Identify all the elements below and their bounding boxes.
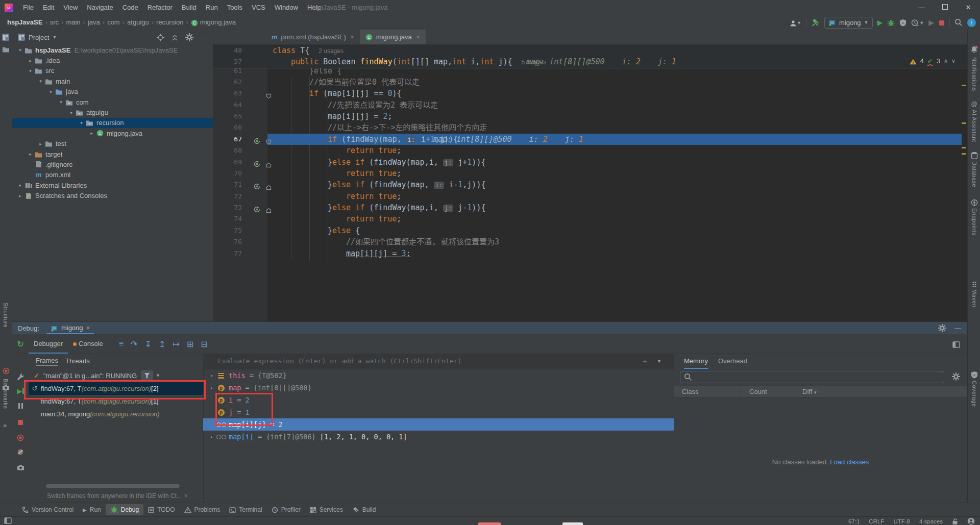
editor-tab-migong.java[interactable]: Cmigong.java× <box>360 30 426 44</box>
run-to-cursor-icon[interactable]: ↦ <box>169 339 183 349</box>
indent-style[interactable]: 4 spaces <box>919 518 943 524</box>
toolwindow-terminal[interactable]: Terminal <box>225 504 266 515</box>
ai-icon[interactable]: @ <box>971 100 977 108</box>
debug-session-tab[interactable]: migong × <box>46 322 94 334</box>
debug-stripe-icon[interactable] <box>3 366 10 374</box>
variable-map-i-j-[interactable]: map[i][j] = 2 <box>203 418 674 431</box>
bell-icon[interactable] <box>970 45 978 54</box>
chevron-right-icon[interactable]: ▸ <box>27 58 34 63</box>
tree-item-atguigu[interactable]: ▾atguigu <box>12 107 213 117</box>
tree-item-target[interactable]: ▸target <box>12 149 213 159</box>
gear-icon[interactable] <box>952 372 960 381</box>
rerun-icon[interactable]: ↻ <box>12 339 29 349</box>
line-number[interactable]: 70 <box>213 168 242 179</box>
breadcrumb-item[interactable]: Cmigong.java <box>191 18 236 26</box>
build-hammer-icon[interactable] <box>811 18 820 27</box>
tree-item-test[interactable]: ▸test <box>12 139 213 149</box>
code-line-72[interactable]: 72return true; <box>213 191 968 202</box>
subtab-frames[interactable]: Frames <box>36 357 58 366</box>
line-number[interactable]: 68 <box>213 145 242 156</box>
toolwindow-version-control[interactable]: Version Control <box>17 504 78 515</box>
next-issue-icon[interactable]: ∨ <box>951 58 955 64</box>
folder-stripe-icon[interactable] <box>2 45 10 53</box>
settings-wrench-icon[interactable] <box>12 373 29 381</box>
code-line-76[interactable]: 76//如果四个位置都走不通, 就将该位置置为3 <box>213 236 968 247</box>
step-into-icon[interactable]: ↧ <box>141 339 155 349</box>
chevron-down-icon[interactable]: ▼ <box>156 373 160 378</box>
chevron-down-icon[interactable]: ▾ <box>47 89 55 94</box>
menu-run[interactable]: Run <box>201 0 223 15</box>
file-encoding[interactable]: UTF-8 <box>893 518 910 524</box>
stack-frame[interactable]: ↺findWay:67, T (com.atguigu.recursion) [… <box>29 382 203 395</box>
memory-tab-memory[interactable]: Memory <box>684 354 708 369</box>
tree-item-scratches-and-consoles[interactable]: ▸Scratches and Consoles <box>12 190 213 201</box>
code-line-71[interactable]: 71}else if (findWay(map, i: i-1,j)){ <box>213 179 968 190</box>
project-stripe-icon[interactable] <box>2 33 10 41</box>
menu-navigate[interactable]: Navigate <box>82 0 117 15</box>
mute-breakpoints-icon[interactable] <box>12 447 29 456</box>
line-number[interactable]: 64 <box>213 99 242 111</box>
endpoints-icon[interactable] <box>971 198 978 206</box>
inspections-widget[interactable]: 4✓3∧∨ <box>910 57 956 65</box>
variable-i[interactable]: pi = 2 <box>203 394 674 406</box>
menu-refactor[interactable]: Refactor <box>143 0 177 15</box>
stripe-maven[interactable]: Maven <box>971 289 977 308</box>
tree-item-com[interactable]: ▾com <box>12 97 213 107</box>
gear-icon[interactable] <box>185 33 193 42</box>
code-line-64[interactable]: 64//先把该点设置为2 表示可以走 <box>213 99 968 111</box>
code-line-74[interactable]: 74return true; <box>213 213 968 224</box>
chevron-down-icon[interactable]: ▼ <box>657 354 662 369</box>
menu-file[interactable]: File <box>18 0 38 15</box>
maximize-button[interactable] <box>933 0 957 15</box>
line-number[interactable]: 75 <box>213 225 242 236</box>
debug-tab-console[interactable]: Console <box>68 334 108 354</box>
chevron-down-icon[interactable]: ▾ <box>37 79 44 84</box>
thread-selector[interactable]: ✓"main"@1 in g...ain": RUNNING▼ <box>29 369 203 382</box>
run-button[interactable]: ▶ <box>877 18 883 27</box>
chevron-down-icon[interactable]: ▾ <box>16 47 24 53</box>
code-line-77[interactable]: 77map[i][j] = 3; <box>213 248 968 259</box>
stripe-database[interactable]: Database <box>971 161 977 187</box>
coverage-icon[interactable] <box>971 370 978 379</box>
code-line-65[interactable]: 65map[i][j] = 2; <box>213 111 968 122</box>
add-watch-icon[interactable]: + <box>643 354 647 369</box>
menu-build[interactable]: Build <box>177 0 201 15</box>
code-line-73[interactable]: 73}else if (findWay(map,i, j: j-1)){ <box>213 202 968 213</box>
line-number[interactable]: 77 <box>213 248 242 259</box>
line-number[interactable]: 73 <box>213 202 242 213</box>
code-line-70[interactable]: 70return true; <box>213 168 968 179</box>
tree-item-src[interactable]: ▾src <box>12 66 213 76</box>
filter-funnel-icon[interactable] <box>141 370 153 381</box>
close-icon[interactable]: × <box>184 492 188 499</box>
toolwindow-problems[interactable]: Problems <box>180 504 225 515</box>
line-number[interactable]: 65 <box>213 111 242 122</box>
profiler-button[interactable]: ▼ <box>911 18 924 27</box>
breadcrumb-item[interactable]: src <box>50 18 59 26</box>
run-config-select[interactable]: migong▼ <box>824 17 873 29</box>
coverage-button[interactable] <box>899 18 906 27</box>
code-line-67[interactable]: 67if (findWay(map, i: i+1,j)){map: int[8… <box>213 134 968 145</box>
memory-col-diff[interactable]: Diff ▾ <box>794 386 967 397</box>
debug-tab-debugger[interactable]: Debugger <box>29 334 68 354</box>
step-out-icon[interactable]: ↥ <box>155 339 169 349</box>
view-breakpoints-icon[interactable] <box>12 433 29 441</box>
camera-stripe-icon[interactable] <box>2 383 10 390</box>
code-line-62[interactable]: 62//如果当前位置是0 代表可以走 <box>213 77 968 88</box>
line-number[interactable]: 72 <box>213 191 242 202</box>
stripe-endpoints[interactable]: Endpoints <box>971 208 977 235</box>
chevron-down-icon[interactable]: ▼ <box>52 35 57 40</box>
more-stripe-icon[interactable]: » <box>3 421 7 429</box>
memory-search-input[interactable] <box>680 371 944 383</box>
search-everywhere-icon[interactable] <box>954 18 963 27</box>
code-line-57[interactable]: 57public Boolean findWay(int[][] map,int… <box>213 56 968 67</box>
code-line-66[interactable]: 66//以上->右->下->左的策略往其他四个方向走 <box>213 122 968 133</box>
warning-count[interactable]: 4 <box>920 57 924 65</box>
breadcrumb-item[interactable]: recursion <box>156 18 183 26</box>
user-circle-icon[interactable] <box>967 517 975 525</box>
chevron-down-icon[interactable]: ▾ <box>57 99 65 105</box>
toolwindow-toggle-icon[interactable] <box>4 517 12 524</box>
stripe-coverage[interactable]: Coverage <box>971 381 977 407</box>
menu-view[interactable]: View <box>59 0 82 15</box>
breadcrumb-item[interactable]: com <box>107 18 120 26</box>
stripe-structure[interactable]: Structure <box>3 303 9 328</box>
